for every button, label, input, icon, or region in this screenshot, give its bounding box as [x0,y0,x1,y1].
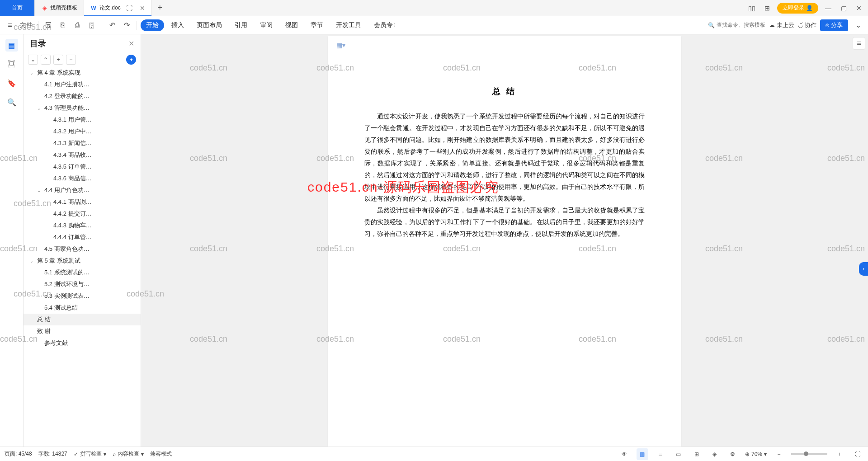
fullscreen-icon[interactable]: ⛶ [852,448,863,460]
right-panel-toggle[interactable]: ≡ [853,37,865,50]
ribbon-tab-review[interactable]: 审阅 [255,16,278,34]
view-read-icon[interactable]: ▭ [673,448,684,460]
zoom-out-icon[interactable]: − [773,448,785,460]
share-button[interactable]: ⎋分享 [820,19,848,31]
coop-button[interactable]: ◡᷄协作 [798,21,816,29]
outline-item[interactable]: 4.3.1 用户管… [24,114,141,126]
zoom-control[interactable]: ⊕70%▾ [745,451,767,457]
close-tab-icon[interactable]: ✕ [140,5,145,12]
document-canvas[interactable]: ▦▾ 总 结 通过本次设计开发，使我熟悉了一个系统开发过程中所需要经历的每个流程… [141,34,868,447]
ribbon-tab-view[interactable]: 视图 [280,16,303,34]
bookmark-rail-icon[interactable]: 🔖 [5,77,18,89]
remove-icon[interactable]: − [66,55,76,65]
view-web-icon[interactable]: ⊞ [691,448,703,460]
page-flag-icon[interactable]: ▦▾ [336,42,345,49]
settings-icon[interactable]: ⚙ [727,448,739,460]
add-tab-button[interactable]: + [152,3,168,13]
minimize-icon[interactable]: — [823,3,834,14]
chevron-down-icon: ⌄ [37,188,42,193]
menu-icon[interactable]: ≡ [4,19,16,32]
undo-icon[interactable]: ↶ [106,19,118,32]
outline-item[interactable]: 4.3.6 商品信… [24,173,141,184]
close-window-icon[interactable]: ✕ [854,3,864,14]
outline-item[interactable]: 4.4.3 购物车… [24,220,141,231]
layout-icon[interactable]: ▯▯ [746,3,757,14]
outline-item[interactable]: 总 结 [24,314,141,325]
screen-icon[interactable]: ⛶ [126,5,132,12]
ribbon-tab-vip[interactable]: 会员专〉 [368,16,405,34]
view-outline-icon[interactable]: ≣ [655,448,666,460]
expand-icon[interactable]: ⌄ [28,55,38,65]
cloud-icon: ☁ [769,22,775,28]
outline-item[interactable]: ⌄第 5 章 系统测试 [24,255,141,267]
spellcheck-button[interactable]: ✓拼写检查▾ [74,450,106,458]
chevron-down-icon: ⌄ [30,71,35,75]
search-rail-icon[interactable]: 🔍 [5,96,18,108]
command-search[interactable]: 🔍查找命令、搜索模板 [708,21,765,29]
save-icon[interactable]: 🖫 [42,19,55,32]
outline-tools: ⌄ ⌃ + − ✦ [24,52,141,67]
outline-item[interactable]: 4.3.2 用户中… [24,126,141,137]
ribbon-tab-insert[interactable]: 插入 [166,16,189,34]
zoom-slider[interactable] [791,453,827,455]
side-flag-icon[interactable]: ‹ [859,262,868,276]
outline-item[interactable]: ⌄4.3 管理员功能… [24,102,141,114]
outline-item[interactable]: 参考文献 [24,337,141,349]
avatar-icon: 👤 [806,5,813,11]
view-comment-icon[interactable]: ◈ [709,448,721,460]
outline-item[interactable]: 5.3 实例测试表… [24,290,141,302]
saveas-icon[interactable]: ⎘ [57,19,69,32]
outline-item[interactable]: 4.3.5 订单管… [24,161,141,173]
doc-heading: 总 结 [364,86,645,97]
maximize-icon[interactable]: ▢ [838,3,849,14]
outline-item[interactable]: 致 谢 [24,325,141,337]
page-rail-icon[interactable]: ⿴ [5,58,18,71]
outline-item[interactable]: 4.4.1 商品浏… [24,196,141,208]
outline-item[interactable]: 4.3.4 商品收… [24,149,141,161]
outline-item[interactable]: 4.4.2 提交订… [24,208,141,220]
close-outline-icon[interactable]: ✕ [128,39,134,48]
add-icon[interactable]: + [53,55,63,65]
outline-item[interactable]: ⌄第 4 章 系统实现 [24,67,141,79]
outline-item[interactable]: 4.1 用户注册功… [24,79,141,90]
outline-item[interactable]: 5.1 系统测试的… [24,267,141,278]
outline-item[interactable]: 4.5 商家角色功… [24,243,141,255]
outline-item[interactable]: ⌄4.4 用户角色功… [24,184,141,196]
page-indicator[interactable]: 页面: 45/48 [5,450,32,458]
ribbon-tab-chapter[interactable]: 章节 [305,16,329,34]
outline-item[interactable]: 4.2 登录功能的… [24,90,141,102]
print-icon[interactable]: ⎙ [71,19,84,32]
word-count[interactable]: 字数: 14827 [38,450,67,458]
tab-home[interactable]: 首页 [0,0,35,16]
login-button[interactable]: 立即登录👤 [777,3,818,14]
outline-item[interactable]: 4.4.4 订单管… [24,231,141,243]
outline-item[interactable]: 4.3.3 新闻信… [24,137,141,149]
outline-item[interactable]: 5.2 测试环境与… [24,278,141,290]
ribbon-tab-start[interactable]: 开始 [141,19,164,31]
zoom-in-icon[interactable]: + [834,448,845,460]
cloud-status[interactable]: ☁未上云 [769,21,794,29]
redo-icon[interactable]: ↷ [120,19,133,32]
fire-icon: ◈ [41,5,47,11]
ribbon-tab-dev[interactable]: 开发工具 [330,16,367,34]
more-icon[interactable]: ⌄ [852,19,864,32]
ribbon-tab-layout[interactable]: 页面布局 [191,16,227,34]
lens-icon: ⌕ [113,451,116,457]
view-page-icon[interactable]: ▥ [637,448,648,460]
tab-template[interactable]: ◈找稻壳模板 [35,0,84,16]
apps-icon[interactable]: ⊞ [762,3,773,14]
outline-rail-icon[interactable]: ▤ [5,39,18,52]
file-menu[interactable]: 文件 [18,19,34,32]
outline-item[interactable]: 5.4 测试总结 [24,302,141,314]
ai-icon[interactable]: ✦ [126,55,136,65]
preview-icon[interactable]: ⍰ [85,19,98,32]
status-bar: 页面: 45/48 字数: 14827 ✓拼写检查▾ ⌕内容检查▾ 兼容模式 👁… [0,447,868,461]
tab-document[interactable]: W论文.doc⛶✕ [84,0,152,16]
collapse-icon[interactable]: ⌃ [41,55,51,65]
content-check-button[interactable]: ⌕内容检查▾ [113,450,144,458]
doc-paragraph-2: 虽然设计过程中有很多的不足，但是基本满足了当初的开发需求，自己最大的收货就是积累… [364,204,645,240]
outline-panel: 目录✕ ⌄ ⌃ + − ✦ ⌄第 4 章 系统实现4.1 用户注册功…4.2 登… [24,34,141,447]
ribbon-tab-ref[interactable]: 引用 [229,16,253,34]
compat-mode[interactable]: 兼容模式 [150,450,172,458]
eye-icon[interactable]: 👁 [618,448,630,460]
